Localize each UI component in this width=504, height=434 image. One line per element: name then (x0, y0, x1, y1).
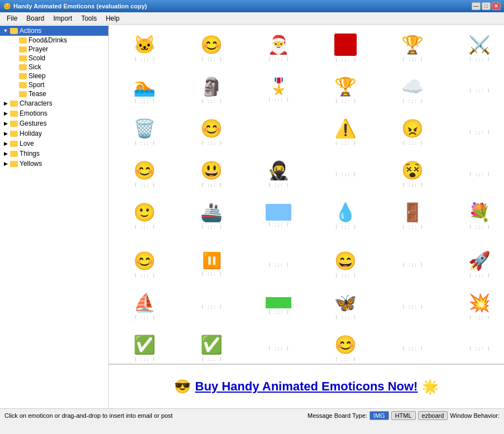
emote-23[interactable]: 😃 ( :;: ) (178, 152, 245, 194)
close-button[interactable]: ✕ (492, 2, 501, 10)
sidebar-item-sport[interactable]: Sport (0, 80, 108, 89)
expander-holiday[interactable]: ▶ (1, 129, 10, 138)
emote-15[interactable]: 🗑️ ( :;: ) (111, 111, 178, 152)
emote-11[interactable]: 🏆 ( :;: ) (312, 69, 379, 111)
emote-25[interactable]: ( :;: ) (312, 152, 379, 194)
emote-s1[interactable]: 😊 ( :;: ) (111, 243, 178, 285)
window-controls: — □ ✕ (472, 2, 501, 10)
emote-img-12: ☁️ (401, 76, 424, 97)
emote-img-18: ⚠️ (334, 118, 357, 139)
emote-img-22: 😊 (133, 160, 156, 181)
emote-33[interactable]: 🚪 ( :;: ) (379, 194, 446, 236)
emote-30[interactable]: 🚢 ( :;: ) (178, 194, 245, 236)
emote-13[interactable]: ( :;: ) (446, 69, 504, 111)
expander-yellows[interactable]: ▶ (1, 159, 10, 168)
label-holiday: Holiday (20, 130, 42, 137)
emote-img-16: 😊 (200, 118, 223, 139)
emote-s8[interactable]: ⛵ ( :;: ) (111, 285, 178, 327)
emote-31[interactable]: ( :;: ) (245, 194, 312, 236)
emote-s9[interactable]: ( :;: ) (178, 285, 245, 327)
expander-emotions[interactable]: ▶ (1, 109, 10, 118)
emote-6[interactable]: ⚔️ ( :;: ) (446, 27, 504, 69)
emote-s4[interactable]: 😄 ( :;: ) (312, 243, 379, 285)
emote-s16[interactable]: ✅ ( :;: ) (178, 327, 245, 364)
expander-characters[interactable]: ▶ (1, 99, 10, 108)
sidebar-item-actions[interactable]: ▼ Actions (0, 26, 108, 36)
menu-board[interactable]: Board (22, 13, 49, 23)
emote-24[interactable]: 🥷 ( :;: ) (245, 152, 312, 194)
emote-s18[interactable]: 😊 ( :;: ) (312, 327, 379, 364)
folder-icon-things (10, 151, 18, 157)
emote-s6[interactable]: 🚀 ( :;: ) (446, 243, 504, 285)
sidebar-item-sick[interactable]: Sick (0, 63, 108, 71)
emote-s13[interactable]: 💥 ( :;: ) (446, 285, 504, 327)
emote-s17[interactable]: ( :;: ) (245, 327, 312, 364)
emote-32[interactable]: 💧 ( :;: ) (312, 194, 379, 236)
emote-s11[interactable]: 🦋 ( :;: ) (312, 285, 379, 327)
expander-things[interactable]: ▶ (1, 149, 10, 158)
emote-9[interactable]: 🗿 ( :;: ) (178, 69, 245, 111)
emote-img-2: 😊 (200, 34, 223, 55)
emote-img-3: 🎅 (267, 34, 290, 55)
emote-s20[interactable]: ( :;: ) (446, 327, 504, 364)
sidebar-item-tease[interactable]: Tease (0, 89, 108, 98)
sidebar-item-holiday[interactable]: ▶ Holiday (0, 128, 108, 139)
emote-img-26: 😵 (401, 160, 424, 181)
emote-s5[interactable]: ( :;: ) (379, 243, 446, 285)
sidebar-item-things[interactable]: ▶ Things (0, 149, 108, 159)
sidebar-item-emotions[interactable]: ▶ Emotions (0, 108, 108, 118)
expander-love[interactable]: ▶ (1, 139, 10, 148)
emote-1[interactable]: 🐱 ( :;: ) (111, 27, 178, 69)
minimize-button[interactable]: — (472, 2, 481, 10)
emote-34[interactable]: 💐 ( :;: ) (446, 194, 504, 236)
sidebar-item-prayer[interactable]: Prayer (0, 45, 108, 54)
emote-4[interactable]: ( :;: ) (312, 27, 379, 69)
emote-26[interactable]: 😵 ( :;: ) (379, 152, 446, 194)
menu-help[interactable]: Help (101, 13, 124, 23)
emote-s19[interactable]: ( :;: ) (379, 327, 446, 364)
emote-img-s11: 🦋 (334, 292, 357, 313)
emote-s2[interactable]: ⏸️ ( :;: ) (178, 243, 245, 285)
emote-20[interactable]: ( :;: ) (446, 111, 504, 152)
emote-12[interactable]: ☁️ ( :;: ) (379, 69, 446, 111)
emote-s10[interactable]: ( :;: ) (245, 285, 312, 327)
folder-icon-actions (10, 28, 18, 34)
msg-type-ezboard[interactable]: ezboard (418, 411, 448, 420)
expander-gestures[interactable]: ▶ (1, 119, 10, 128)
menu-import[interactable]: Import (49, 13, 76, 23)
emote-img-s1: 😊 (133, 250, 156, 271)
sidebar-item-sleep[interactable]: Sleep (0, 71, 108, 80)
emote-s15[interactable]: ✅ ( :;: ) (111, 327, 178, 364)
emote-22[interactable]: 😊 ( :;: ) (111, 152, 178, 194)
sidebar-item-gestures[interactable]: ▶ Gestures (0, 118, 108, 128)
sidebar-item-food[interactable]: Food&Drinks (0, 36, 108, 45)
sidebar-item-love[interactable]: ▶ Love (0, 139, 108, 149)
menu-file[interactable]: File (2, 13, 22, 23)
emote-27[interactable]: ( :;: ) (446, 152, 504, 194)
emote-29[interactable]: 🙂 ( :;: ) (111, 194, 178, 236)
ad-text[interactable]: Buy Handy Animated Emoticons Now! (195, 379, 418, 394)
emote-img-s13: 💥 (468, 292, 491, 313)
emote-8[interactable]: 🏊 ( :;: ) (111, 69, 178, 111)
emote-18[interactable]: ⚠️ ( :;: ) (312, 111, 379, 152)
emote-3[interactable]: 🎅 ( :;: ) (245, 27, 312, 69)
sidebar-item-yellows[interactable]: ▶ Yellows (0, 159, 108, 169)
emote-s12[interactable]: ( :;: ) (379, 285, 446, 327)
menu-tools[interactable]: Tools (76, 13, 101, 23)
status-bar: Click on emoticon or drag-and-drop to in… (0, 408, 504, 422)
sidebar-item-scold[interactable]: Scold (0, 54, 108, 63)
emote-s3[interactable]: ( :;: ) (245, 243, 312, 285)
emote-img-30: 🚢 (200, 202, 223, 223)
expander-actions[interactable]: ▼ (1, 26, 10, 35)
emote-19[interactable]: 😠 ( :;: ) (379, 111, 446, 152)
maximize-button[interactable]: □ (482, 2, 491, 10)
msg-type-html[interactable]: HTML (391, 411, 416, 420)
msg-type-img[interactable]: IMG (369, 411, 389, 420)
sidebar-item-characters[interactable]: ▶ Characters (0, 98, 108, 108)
ad-banner[interactable]: 😎 Buy Handy Animated Emoticons Now! 🌟 (109, 364, 504, 408)
emote-5[interactable]: 🏆 ( :;: ) (379, 27, 446, 69)
emote-17[interactable] (245, 111, 312, 152)
emote-16[interactable]: 😊 ( :;: ) (178, 111, 245, 152)
emote-2[interactable]: 😊 ( :;: ) (178, 27, 245, 69)
emote-10[interactable]: 🎖️ ( :;: ) (245, 69, 312, 111)
